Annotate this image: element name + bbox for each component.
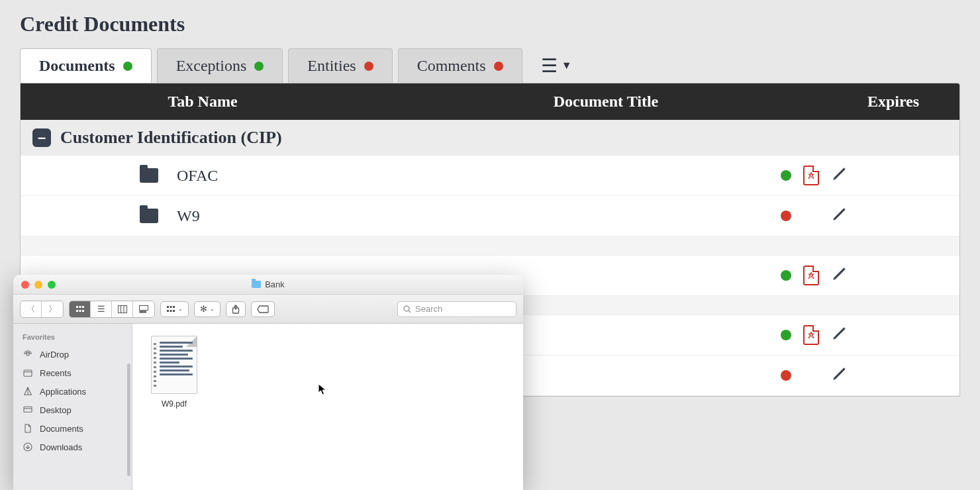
pdf-icon[interactable] [803, 325, 819, 345]
chevron-down-icon: ⌄ [210, 306, 215, 312]
row-actions [774, 365, 906, 386]
desktop-icon [23, 405, 33, 415]
tab-label: Exceptions [176, 57, 247, 75]
status-dot-icon [494, 62, 503, 71]
view-switcher: ☰ [69, 301, 155, 318]
finder-window[interactable]: Bank 〈 〉 ☰ ⌄ ✻ ⌄ [13, 275, 523, 490]
edit-icon[interactable] [831, 205, 848, 226]
edit-icon[interactable] [831, 365, 848, 386]
collapse-icon[interactable]: – [32, 128, 51, 147]
svg-rect-1 [79, 306, 81, 308]
status-dot-icon [254, 62, 264, 71]
finder-title-label: Bank [265, 279, 285, 289]
table-row[interactable] [21, 236, 959, 256]
tabs-menu-dropdown[interactable]: ☰ ▼ [541, 55, 572, 77]
col-header-expires: Expires [827, 93, 959, 111]
sidebar-item-applications[interactable]: Applications [13, 382, 132, 401]
tab-label: Comments [417, 57, 486, 75]
finder-title: Bank [13, 279, 523, 289]
folder-icon [140, 209, 158, 223]
row-name: OFAC [177, 167, 218, 185]
hamburger-icon: ☰ [541, 55, 558, 77]
sidebar-item-desktop[interactable]: Desktop [13, 401, 132, 419]
svg-rect-13 [167, 306, 169, 308]
status-dot-icon [781, 370, 791, 381]
finder-toolbar: 〈 〉 ☰ ⌄ ✻ ⌄ [13, 295, 523, 324]
sidebar-item-airdrop[interactable]: AirDrop [13, 345, 132, 364]
recents-icon [23, 368, 33, 378]
svg-rect-6 [118, 305, 126, 313]
svg-rect-23 [24, 370, 32, 376]
edit-icon[interactable] [831, 324, 848, 346]
sidebar-item-downloads[interactable]: Downloads [13, 438, 132, 456]
tab-documents[interactable]: Documents [20, 48, 152, 83]
view-icon-button[interactable] [70, 301, 91, 317]
group-row[interactable]: – Customer Identification (CIP) [21, 120, 959, 156]
svg-rect-4 [79, 310, 81, 312]
action-dropdown[interactable]: ✻ ⌄ [194, 301, 220, 317]
view-gallery-button[interactable] [133, 301, 154, 317]
arrange-dropdown[interactable]: ⌄ [160, 301, 189, 317]
table-header: Tab Name Document Title Expires [21, 83, 959, 120]
sidebar-item-documents[interactable]: Documents [13, 419, 132, 438]
table-row[interactable]: W9 [21, 196, 959, 236]
chevron-down-icon: ▼ [562, 60, 572, 72]
page-title: Credit Documents [20, 12, 960, 36]
svg-rect-2 [82, 306, 84, 308]
finder-search[interactable]: Search [397, 301, 516, 317]
folder-icon [252, 281, 261, 288]
airdrop-icon [23, 349, 33, 360]
tab-label: Documents [39, 57, 115, 75]
finder-sidebar: Favorites AirDrop Recents Applications D… [13, 324, 132, 490]
row-actions [774, 165, 906, 186]
finder-body: Favorites AirDrop Recents Applications D… [13, 324, 523, 490]
svg-point-20 [404, 306, 409, 311]
file-item[interactable]: W9.pdf [144, 336, 204, 409]
search-placeholder: Search [415, 304, 442, 314]
nav-back-button[interactable]: 〈 [21, 301, 42, 317]
col-header-tabname: Tab Name [21, 93, 385, 111]
share-button[interactable] [226, 301, 246, 317]
svg-rect-15 [173, 306, 175, 308]
fav-label: Desktop [40, 405, 72, 415]
finder-content[interactable]: W9.pdf [132, 324, 523, 490]
row-left: W9 [21, 207, 385, 225]
tab-exceptions[interactable]: Exceptions [157, 48, 283, 83]
view-list-button[interactable]: ☰ [91, 301, 112, 317]
pdf-icon[interactable] [803, 166, 819, 185]
status-dot-icon [364, 62, 373, 71]
status-dot-icon [781, 170, 791, 181]
nav-back-forward: 〈 〉 [20, 301, 64, 318]
tab-entities[interactable]: Entities [288, 48, 392, 83]
tab-comments[interactable]: Comments [398, 48, 522, 83]
svg-rect-5 [82, 310, 84, 312]
fav-label: AirDrop [40, 350, 69, 360]
row-left: OFAC [21, 167, 385, 185]
sidebar-item-recents[interactable]: Recents [13, 364, 132, 382]
folder-icon [140, 168, 158, 183]
edit-icon[interactable] [831, 165, 848, 186]
row-actions [774, 324, 906, 346]
tab-label: Entities [307, 57, 356, 75]
table-row[interactable]: OFAC [21, 156, 959, 196]
svg-line-21 [409, 311, 411, 313]
status-dot-icon [781, 330, 791, 340]
edit-icon[interactable] [831, 265, 848, 286]
svg-rect-17 [170, 310, 172, 312]
view-columns-button[interactable] [112, 301, 133, 317]
svg-point-22 [26, 353, 29, 356]
favorites-heading: Favorites [13, 330, 132, 345]
pdf-icon[interactable] [803, 266, 819, 285]
svg-rect-3 [76, 310, 78, 312]
finder-titlebar[interactable]: Bank [13, 275, 523, 295]
svg-rect-18 [173, 310, 175, 312]
svg-rect-9 [140, 305, 148, 310]
svg-rect-10 [140, 311, 142, 313]
tag-button[interactable] [251, 301, 275, 317]
cursor-icon [318, 383, 328, 398]
nav-forward-button[interactable]: 〉 [42, 301, 63, 317]
status-dot-icon [123, 62, 132, 71]
svg-rect-0 [76, 306, 78, 308]
svg-rect-14 [170, 306, 172, 308]
fav-label: Recents [40, 368, 72, 378]
